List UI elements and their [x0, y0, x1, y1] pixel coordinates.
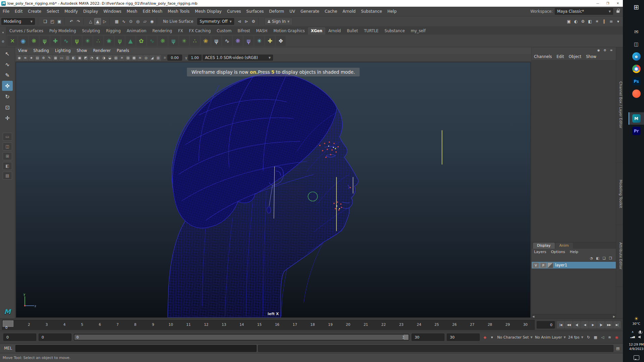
shelf-tool-icon[interactable]: ∴	[190, 36, 200, 46]
safe-action-icon[interactable]: ◩	[83, 55, 89, 61]
layout-single-pane[interactable]: ▭	[3, 133, 12, 141]
exposure-icon[interactable]: ☼	[163, 56, 166, 60]
multisample-icon[interactable]: ◎	[143, 55, 149, 61]
timeline-frame-label[interactable]: 30	[517, 320, 534, 329]
shelf-tool-icon[interactable]: ✳	[83, 36, 93, 46]
animation-start-field[interactable]: 0	[3, 334, 36, 341]
layer-playback-toggle[interactable]: P	[540, 262, 546, 268]
isolate-select-icon[interactable]: ◐	[95, 55, 101, 61]
timeline-frame-label[interactable]: 20	[339, 320, 357, 329]
taskbar-taskview-icon[interactable]: ◫	[629, 38, 644, 50]
shelf-tool-icon[interactable]: ∿	[147, 36, 157, 46]
layer-list-empty[interactable]	[532, 268, 616, 314]
layer-move-down-icon[interactable]: ◧	[595, 255, 600, 261]
step-snap-icon[interactable]: ▦	[593, 335, 598, 340]
maximize-button[interactable]: ❐	[603, 0, 613, 7]
anim-layer-selector[interactable]: No Anim Layer ▼	[535, 335, 566, 340]
play-backwards-button[interactable]: ◀	[581, 321, 589, 328]
textured-icon[interactable]: ▧	[113, 55, 119, 61]
panel-menu-item[interactable]: Panels	[114, 48, 132, 53]
shelf-tool-icon[interactable]: ψ	[168, 36, 178, 46]
image-plane-icon[interactable]: ⊕	[41, 55, 46, 61]
shelf-tab[interactable]: Poly Modeling	[46, 27, 79, 35]
layer-row[interactable]: V P layer1	[532, 262, 616, 268]
command-input[interactable]	[15, 345, 257, 352]
timeline-frame-label[interactable]: 15	[251, 320, 268, 329]
shelf-menu-icon[interactable]: ▾	[2, 31, 4, 34]
character-set-selector[interactable]: No Character Set ▼	[497, 335, 532, 340]
tab-anim[interactable]: Anim	[555, 243, 573, 249]
shaded-icon[interactable]: ◒	[107, 55, 113, 61]
snap-to-point-icon[interactable]: ⊙	[127, 18, 134, 25]
auto-keyframe-icon[interactable]: ◉	[614, 335, 620, 340]
minimize-button[interactable]: —	[593, 0, 603, 7]
lasso-tool[interactable]: ∿	[2, 59, 13, 69]
select-by-hierarchy-icon[interactable]: △	[87, 18, 94, 25]
pin-panel-icon[interactable]: ◉	[596, 48, 601, 53]
shelf-tool-icon[interactable]: ❋	[158, 36, 168, 46]
taskbar-brave-icon[interactable]	[629, 87, 644, 100]
shelf-tab[interactable]: XGen	[308, 27, 325, 35]
layer-editor-menu-item[interactable]: Help	[568, 250, 581, 254]
tab-display[interactable]: Display	[533, 243, 555, 249]
camera-attributes-icon[interactable]: ★	[29, 55, 34, 61]
shelf-tab[interactable]: TURTLE	[361, 27, 381, 35]
shelf-tool-icon[interactable]: ▲	[125, 36, 136, 46]
shelf-tab[interactable]: Arnold	[325, 27, 344, 35]
panel-menu-item[interactable]: View	[15, 48, 30, 53]
x-ray-icon[interactable]: ▥	[155, 55, 161, 61]
step-back-frame-button[interactable]: ◀◀	[565, 321, 573, 328]
taskbar-edge-icon[interactable]: e	[629, 50, 644, 63]
timeline-frame-label[interactable]: 4	[56, 320, 73, 329]
playback-bookmark-icon[interactable]: ◆	[482, 335, 488, 340]
layer-editor-menu-item[interactable]: Layers	[532, 250, 548, 254]
timeline-frame-label[interactable]: 9	[144, 320, 162, 329]
toggle-icons-icon[interactable]: ≡	[608, 18, 614, 25]
output-connections-icon[interactable]: ⊳	[243, 18, 250, 25]
range-bar[interactable]: 0 30	[74, 334, 409, 341]
shelf-tab[interactable]: Animation	[124, 27, 150, 35]
grid-icon[interactable]: ▦	[53, 55, 58, 61]
shelf-tool-icon[interactable]: ❖	[276, 36, 286, 46]
undo-icon[interactable]: ↶	[68, 18, 75, 25]
timeline-frame-label[interactable]: 2	[20, 320, 38, 329]
taskbar-mail-icon[interactable]: ✉	[629, 25, 644, 38]
panel-menu-item[interactable]: Shading	[30, 48, 52, 53]
timeline-frame-label[interactable]: 13	[215, 320, 233, 329]
command-language-button[interactable]: MEL	[2, 346, 14, 351]
create-empty-layer-icon[interactable]: ❏	[601, 255, 607, 261]
sidebar-toggle-icon[interactable]: ▾	[615, 18, 622, 25]
playback-loop-icon[interactable]: ↻	[586, 335, 591, 340]
separator[interactable]	[38, 18, 41, 25]
use-all-lights-icon[interactable]: ☀	[119, 55, 125, 61]
depth-of-field-icon[interactable]: ◢	[149, 55, 155, 61]
close-button[interactable]: ✕	[613, 0, 623, 7]
shelf-tab[interactable]: FX	[175, 27, 186, 35]
make-live-icon[interactable]: ◉	[149, 18, 155, 25]
timeline-frame-label[interactable]: 29	[499, 320, 517, 329]
shelf-tab[interactable]: my_self	[408, 27, 429, 35]
scroll-right-icon[interactable]: ▶	[613, 315, 615, 318]
shelf-tool-icon[interactable]: ✳	[254, 36, 264, 46]
go-to-end-button[interactable]: ▶|	[613, 321, 621, 328]
timeline-frame-label[interactable]: 6	[91, 320, 109, 329]
timeline-frame-label[interactable]: 7	[109, 320, 126, 329]
menu-item[interactable]: Curves	[224, 7, 244, 16]
microphone-icon[interactable]	[639, 330, 641, 333]
select-by-component-icon[interactable]: ▷	[101, 18, 108, 25]
construction-history-icon[interactable]: ⚙	[250, 18, 257, 25]
ambient-occlusion-icon[interactable]: ▩	[131, 55, 137, 61]
exposure-field[interactable]: 0.00	[167, 55, 182, 61]
snap-to-grid-icon[interactable]: ▦	[113, 18, 120, 25]
viewport-canvas[interactable]: Wireframe display is now on.Press 5 to d…	[16, 62, 531, 318]
menu-item[interactable]: Arnold	[340, 7, 358, 16]
shelf-tab[interactable]: Motion Graphics	[270, 27, 308, 35]
timeline-frame-label[interactable]: 18	[304, 320, 322, 329]
channel-settings-icon[interactable]: ⚙	[602, 48, 607, 53]
command-result-field[interactable]	[258, 345, 613, 352]
layer-visibility-toggle[interactable]: V	[533, 262, 539, 268]
shelf-tab[interactable]: MASH	[253, 27, 270, 35]
paint-selection-tool[interactable]: ✎	[2, 70, 13, 80]
timeline-frame-label[interactable]: 26	[445, 320, 463, 329]
layout-two-pane[interactable]: ◫	[3, 142, 12, 150]
